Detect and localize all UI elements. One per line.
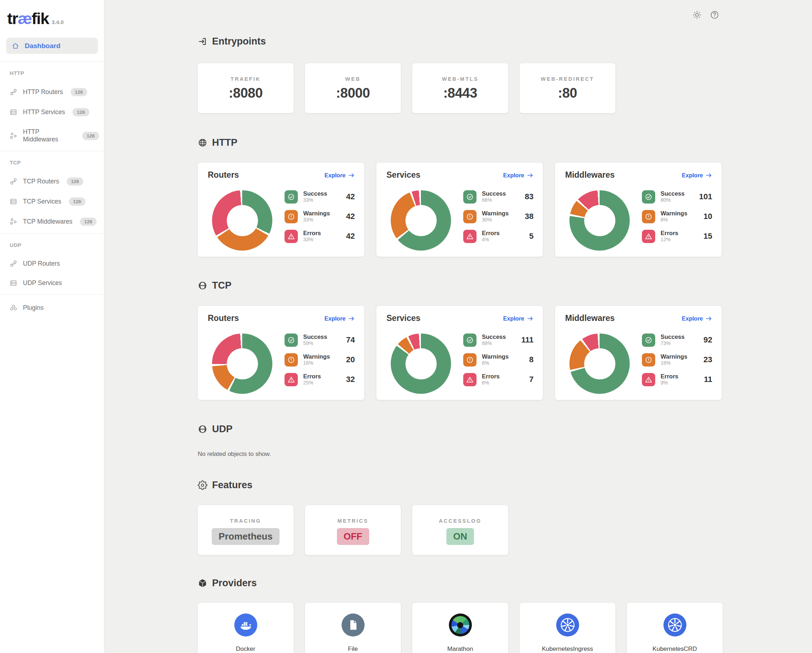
stat-errors: Errors9% 11 [642,373,712,386]
stat-label: Errors [303,230,321,237]
entrypoint-port: :8080 [198,86,293,101]
stat-value: 5 [529,232,534,241]
stat-errors: Errors25% 32 [285,373,355,386]
check-circle-icon [285,333,298,347]
sidebar-item-http-services[interactable]: HTTP Services 126 [10,108,99,116]
stat-label: Success [661,333,685,340]
explore-link[interactable]: Explore [324,172,355,179]
stat-percent: 88% [482,340,506,346]
kubernetes-icon [664,613,687,636]
stat-label: Errors [303,373,321,380]
count-badge: 126 [69,197,86,206]
sidebar-item-label: Dashboard [25,42,60,50]
arrow-right-icon [705,315,712,322]
stat-success: Success88% 111 [463,333,534,347]
stat-label: Warnings [303,353,330,360]
explore-link[interactable]: Explore [682,172,712,179]
routers-icon [10,260,17,268]
middlewares-icon [10,132,17,140]
alert-triangle-icon [285,230,298,243]
sidebar-item-udp-routers[interactable]: UDP Routers [10,260,99,268]
sidebar-item-tcp-services[interactable]: TCP Services 126 [10,197,99,206]
explore-link[interactable]: Explore [503,172,534,179]
stat-value: 111 [521,335,534,345]
alert-circle-icon [642,353,655,367]
stat-warnings: Warnings8% 10 [642,210,712,223]
arrow-right-icon [348,172,355,179]
feature-value-pill: ON [446,528,474,545]
tcp-cards-row: Routers Explore Success59% 74 Warnings16… [198,306,812,400]
help-circle-icon[interactable] [710,10,719,20]
explore-link[interactable]: Explore [682,315,712,322]
stat-label: Success [303,333,327,340]
alert-circle-icon [463,353,476,367]
services-icon [10,109,17,116]
donut-chart [212,190,272,251]
alert-triangle-icon [642,230,655,243]
sidebar-item-http-middlewares[interactable]: HTTP Middlewares 126 [10,128,99,143]
sidebar-section-http: HTTP [10,70,104,76]
stat-errors: Errors6% 7 [463,373,534,386]
explore-link[interactable]: Explore [324,315,355,322]
stat-percent: 30% [482,217,509,223]
stat-label: Errors [482,373,500,380]
explore-label: Explore [503,315,524,322]
stat-value: 10 [704,212,712,221]
sidebar-item-http-routers[interactable]: HTTP Routers 126 [10,88,99,96]
stat-warnings: Warnings16% 20 [285,353,355,367]
stat-percent: 33% [303,237,321,242]
entrypoint-name: WEB-REDIRECT [520,76,615,82]
explore-link[interactable]: Explore [503,315,534,322]
stat-value: 7 [529,375,534,384]
explore-label: Explore [324,172,345,179]
provider-card-kubernetes-crd: KubernetesCRD [627,603,723,653]
stat-label: Success [661,190,685,197]
entrypoint-port: :8000 [305,86,401,101]
stat-success: Success80% 101 [642,190,712,203]
http-section-heading: HTTP [198,136,812,149]
check-circle-icon [463,190,476,203]
donut-chart [391,333,451,394]
entrypoint-port: :8443 [412,86,508,101]
sidebar-item-dashboard[interactable]: Dashboard [6,38,98,54]
stat-value: 74 [346,335,355,345]
count-badge: 126 [71,88,87,96]
card-title: Services [386,314,421,323]
provider-card-file: File [305,603,401,653]
stat-percent: 73% [661,340,685,346]
stat-percent: 16% [303,360,330,366]
provider-card-kubernetes-ingress: KubernetesIngress [520,603,615,653]
stat-errors: Errors33% 42 [285,229,355,243]
arrow-right-icon [527,315,534,322]
sidebar-item-tcp-routers[interactable]: TCP Routers 126 [10,177,99,186]
sidebar-item-plugins[interactable]: Plugins [10,304,99,312]
sidebar-divider [0,233,104,234]
stat-percent: 80% [661,197,685,203]
stat-errors: Errors12% 15 [642,229,712,243]
sidebar-item-udp-services[interactable]: UDP Services [10,279,99,287]
entrypoints-section-heading: Entrypoints [198,35,812,48]
middlewares-icon [10,218,17,225]
alert-circle-icon [285,210,298,223]
topbar-icons [692,10,719,20]
providers-section-heading: Providers [198,577,812,589]
sun-icon[interactable] [692,10,702,20]
explore-label: Explore [682,172,703,179]
traefik-logo: træfik 3.4.0 [0,0,104,28]
tcp-middlewares-card: Middlewares Explore Success73% 92 Warnin… [555,306,722,400]
main-content: Entrypoints TRAEFIK :8080 WEB :8000 WEB-… [104,0,812,653]
sidebar-item-tcp-middlewares[interactable]: TCP Middlewares 126 [10,217,99,226]
stat-percent: 66% [482,197,506,203]
stat-success: Success73% 92 [642,333,712,347]
entrypoint-name: WEB [305,76,401,82]
stat-value: 92 [704,335,712,345]
stat-errors: Errors4% 5 [463,229,534,243]
provider-card-marathon: Marathon [412,603,508,653]
stat-value: 32 [346,375,355,384]
stat-success: Success66% 83 [463,190,534,203]
logo-wordmark: træfik [7,9,49,28]
check-circle-icon [285,190,298,203]
stat-value: 42 [346,212,355,221]
stat-label: Success [482,190,506,197]
sidebar-section-udp: UDP [10,242,104,248]
